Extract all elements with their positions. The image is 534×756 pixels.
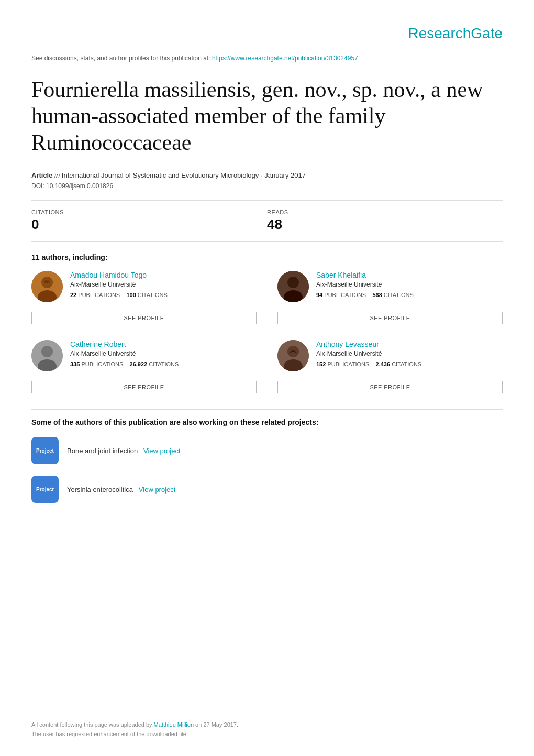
divider-1	[31, 200, 503, 201]
project-link-1[interactable]: View project	[143, 447, 181, 455]
author-top-amadou: Amadou Hamidou Togo Aix-Marseille Univer…	[31, 271, 257, 302]
author-name-catherine[interactable]: Catherine Robert	[70, 340, 179, 348]
footer-uploader-link[interactable]: Matthieu Million	[154, 721, 194, 728]
see-profile-catherine[interactable]: SEE PROFILE	[31, 381, 257, 393]
project-link-2[interactable]: View project	[139, 486, 176, 494]
project-item-1: Project Bone and joint infection View pr…	[31, 437, 503, 464]
author-stats-saber: 94 PUBLICATIONS 568 CITATIONS	[316, 292, 414, 298]
author-institution-amadou: Aix-Marseille Université	[70, 281, 168, 288]
author-card-anthony: Anthony Levasseur Aix-Marseille Universi…	[277, 340, 503, 393]
author-info-anthony: Anthony Levasseur Aix-Marseille Universi…	[316, 340, 421, 367]
journal-name: International Journal of Systematic and …	[62, 171, 259, 179]
author-card-amadou: Amadou Hamidou Togo Aix-Marseille Univer…	[31, 271, 257, 324]
author-stats-amadou: 22 PUBLICATIONS 100 CITATIONS	[70, 292, 168, 298]
reads-value: 48	[267, 216, 503, 233]
author-institution-catherine: Aix-Marseille Université	[70, 350, 179, 357]
see-profile-amadou[interactable]: SEE PROFILE	[31, 312, 257, 324]
related-projects-heading: Some of the authors of this publication …	[31, 418, 503, 426]
catherine-pub-count: 335	[70, 361, 80, 367]
see-profile-anthony[interactable]: SEE PROFILE	[277, 381, 503, 393]
authors-grid: Amadou Hamidou Togo Aix-Marseille Univer…	[31, 271, 503, 393]
project-text-2: Yersinia enterocolitica View project	[67, 486, 175, 494]
svg-point-4	[47, 280, 50, 283]
page-footer: All content following this page was uplo…	[31, 715, 503, 740]
project-badge-2: Project	[31, 476, 59, 503]
footer-note: The user has requested enhancement of th…	[31, 731, 503, 737]
svg-point-6	[287, 277, 299, 288]
publication-link[interactable]: https://www.researchgate.net/publication…	[212, 54, 358, 62]
avatar-catherine	[31, 340, 63, 371]
author-name-anthony[interactable]: Anthony Levasseur	[316, 340, 421, 348]
see-profile-saber[interactable]: SEE PROFILE	[277, 312, 503, 324]
author-info-saber: Saber Khelaifia Aix-Marseille Université…	[316, 271, 414, 298]
reads-label: READS	[267, 209, 503, 215]
footer-upload-date: on 27 May 2017.	[195, 721, 238, 728]
amadou-cit-count: 100	[126, 292, 136, 298]
avatar-amadou	[31, 271, 63, 302]
author-institution-saber: Aix-Marseille Université	[316, 281, 414, 288]
in-label: in	[54, 171, 60, 179]
project-text-1: Bone and joint infection View project	[67, 447, 181, 455]
project-item-2: Project Yersinia enterocolitica View pro…	[31, 476, 503, 503]
author-stats-anthony: 152 PUBLICATIONS 2,436 CITATIONS	[316, 361, 421, 367]
doi: DOI: 10.1099/ijsem.0.001826	[31, 182, 503, 190]
stats-row: CITATIONS 0 READS 48	[31, 209, 503, 233]
footer-uploaded-by: All content following this page was uplo…	[31, 721, 152, 728]
author-name-saber[interactable]: Saber Khelaifia	[316, 271, 414, 279]
author-card-catherine: Catherine Robert Aix-Marseille Universit…	[31, 340, 257, 393]
anthony-pub-count: 152	[316, 361, 326, 367]
author-info-amadou: Amadou Hamidou Togo Aix-Marseille Univer…	[70, 271, 168, 298]
divider-2	[31, 241, 503, 242]
saber-pub-count: 94	[316, 292, 322, 298]
divider-3	[31, 409, 503, 410]
project-badge-label-1: Project	[36, 448, 54, 454]
author-top-saber: Saber Khelaifia Aix-Marseille Université…	[277, 271, 503, 302]
footer-upload-text: All content following this page was uplo…	[31, 721, 503, 728]
saber-cit-count: 568	[372, 292, 382, 298]
authors-heading: 11 authors, including:	[31, 253, 503, 261]
brand-logo: ResearchGate	[408, 25, 503, 41]
avatar-anthony	[277, 340, 309, 371]
anthony-cit-count: 2,436	[376, 361, 391, 367]
citations-value: 0	[31, 216, 267, 233]
see-discussions-text: See discussions, stats, and author profi…	[31, 54, 210, 62]
reads-stat: READS 48	[267, 209, 503, 233]
project-badge-1: Project	[31, 437, 59, 464]
author-stats-catherine: 335 PUBLICATIONS 26,922 CITATIONS	[70, 361, 179, 367]
author-name-amadou[interactable]: Amadou Hamidou Togo	[70, 271, 168, 279]
header: ResearchGate	[31, 16, 503, 54]
project-name-2: Yersinia enterocolitica	[67, 486, 133, 494]
citations-stat: CITATIONS 0	[31, 209, 267, 233]
author-card-saber: Saber Khelaifia Aix-Marseille Université…	[277, 271, 503, 324]
catherine-cit-count: 26,922	[130, 361, 148, 367]
svg-point-9	[41, 346, 53, 357]
author-top-anthony: Anthony Levasseur Aix-Marseille Universi…	[277, 340, 503, 371]
project-badge-label-2: Project	[36, 487, 54, 492]
see-discussions-bar: See discussions, stats, and author profi…	[31, 54, 503, 62]
citations-label: CITATIONS	[31, 209, 267, 215]
article-type: Article	[31, 171, 52, 179]
article-date: January 2017	[264, 171, 306, 179]
author-info-catherine: Catherine Robert Aix-Marseille Universit…	[70, 340, 179, 367]
article-meta: Article in International Journal of Syst…	[31, 171, 503, 179]
article-title: Fournierella massiliensis, gen. nov., sp…	[31, 76, 503, 156]
project-name-1: Bone and joint infection	[67, 447, 138, 455]
avatar-saber	[277, 271, 309, 302]
author-top-catherine: Catherine Robert Aix-Marseille Universit…	[31, 340, 257, 371]
amadou-pub-count: 22	[70, 292, 76, 298]
author-institution-anthony: Aix-Marseille Université	[316, 350, 421, 357]
